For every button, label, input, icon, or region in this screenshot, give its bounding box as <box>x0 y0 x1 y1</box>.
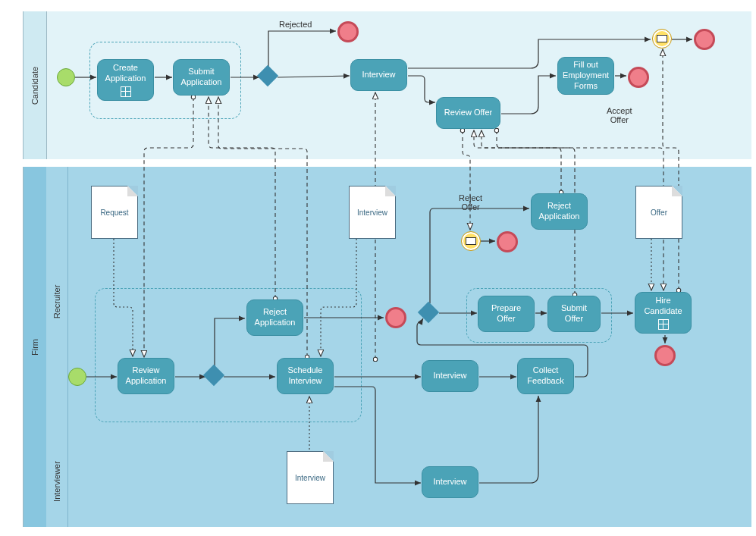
doc-offer: Offer <box>635 186 682 239</box>
end-event-hire <box>654 345 676 366</box>
task-reject-application-2: Reject Application <box>531 193 588 230</box>
task-create-application: Create Application <box>97 59 154 101</box>
message-event-reject-offer <box>461 231 481 251</box>
subprocess-marker-icon <box>658 319 669 330</box>
start-event-recruiter <box>68 368 86 386</box>
doc-request: Request <box>91 186 138 239</box>
task-submit-offer: Submit Offer <box>547 296 601 332</box>
task-submit-application: Submit Application <box>173 59 230 96</box>
end-event-reject-offer <box>497 231 518 252</box>
message-event-candidate <box>652 29 672 49</box>
task-interview-interviewer: Interview <box>422 466 478 498</box>
lane-interviewer: Interviewer <box>46 436 751 527</box>
task-interview-recruiter: Interview <box>422 360 478 392</box>
task-hire-candidate: Hire Candidate <box>635 292 692 334</box>
task-interview-candidate: Interview <box>350 59 407 91</box>
label-reject-offer: Reject Offer <box>459 193 482 212</box>
subprocess-marker-icon <box>121 86 131 97</box>
task-fill-forms: Fill out Employment Forms <box>557 57 614 95</box>
lane-recruiter-label: Recruiter <box>52 284 61 318</box>
task-schedule-interview: Schedule Interview <box>277 358 334 394</box>
start-event-candidate <box>57 68 75 86</box>
subprocess-recruiter-review <box>95 288 362 422</box>
end-event-rejected <box>337 21 359 42</box>
label-accept-offer: Accept Offer <box>607 106 632 124</box>
end-event-reject-1 <box>385 307 406 328</box>
doc-interview-1: Interview <box>349 186 396 239</box>
lane-interviewer-label: Interviewer <box>52 461 61 502</box>
label-rejected: Rejected <box>279 20 312 29</box>
pool-candidate-label: Candidate <box>30 66 39 104</box>
end-event-candidate-final <box>694 29 715 50</box>
doc-interview-2: Interview <box>287 451 334 504</box>
end-event-forms <box>628 67 649 88</box>
task-collect-feedback: Collect Feedback <box>517 358 574 394</box>
task-prepare-offer: Prepare Offer <box>478 296 535 332</box>
task-review-offer: Review Offer <box>436 97 500 129</box>
task-review-application: Review Application <box>118 358 174 394</box>
task-reject-application-1: Reject Application <box>246 299 303 336</box>
pool-firm-label: Firm <box>30 339 39 356</box>
